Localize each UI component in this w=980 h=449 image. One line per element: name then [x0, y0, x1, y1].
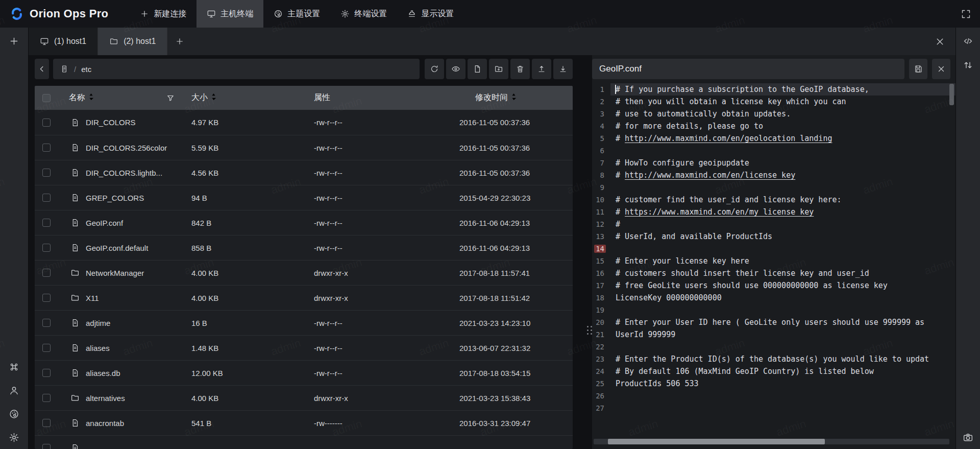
table-row[interactable]: GREP_COLORS94 B-rw-r--r--2015-04-29 22:3… [35, 185, 573, 210]
line-number: 15 [592, 255, 610, 267]
row-checkbox[interactable] [42, 444, 51, 449]
close-panel-button[interactable] [932, 34, 947, 49]
file-mtime-cell: 2016-03-31 23:09:47 [457, 419, 573, 428]
table-row[interactable]: aliases.db12.00 KB-rw-r--r--2017-08-18 0… [35, 360, 573, 385]
table-row[interactable]: anacrontab541 B-rw-------2016-03-31 23:0… [35, 410, 573, 435]
folder-icon [70, 293, 80, 302]
row-checkbox[interactable] [42, 294, 51, 302]
row-checkbox[interactable] [42, 369, 51, 377]
code-line: 10# customer find the user_id and licens… [592, 194, 955, 206]
breadcrumb[interactable]: / etc [53, 59, 420, 79]
row-checkbox[interactable] [42, 219, 51, 227]
row-checkbox[interactable] [42, 144, 51, 152]
file-browser-panel: / etc 名称 大小 [29, 55, 586, 449]
file-icon [70, 168, 80, 177]
line-text: # Enter the Product ID(s) of the databas… [610, 353, 955, 365]
nav-item-terminal-settings[interactable]: 终端设置 [330, 0, 397, 28]
back-button[interactable] [35, 59, 49, 79]
row-checkbox[interactable] [42, 169, 51, 177]
nav-item-display-settings[interactable]: 显示设置 [397, 0, 464, 28]
column-header-name[interactable]: 名称 [69, 92, 85, 103]
rail-plus-button[interactable] [6, 32, 23, 50]
row-checkbox[interactable] [42, 244, 51, 252]
nav-item-host-terminal[interactable]: 主机终端 [197, 0, 263, 28]
horizontal-scrollbar[interactable] [594, 439, 949, 444]
table-row[interactable]: DIR_COLORS.lightb...4.56 KB-rw-r--r--201… [35, 160, 573, 185]
trash-button[interactable] [510, 59, 530, 79]
row-checkbox[interactable] [42, 394, 51, 402]
table-row[interactable]: adjtime16 B-rw-r--r--2021-03-23 14:23:10 [35, 310, 573, 335]
new-folder-button[interactable] [489, 59, 508, 79]
table-row[interactable]: GeoIP.conf.default858 B-rw-r--r--2016-11… [35, 235, 573, 260]
table-row[interactable] [35, 435, 573, 449]
table-row[interactable]: aliases1.48 KB-rw-r--r--2013-06-07 22:31… [35, 335, 573, 360]
link-text[interactable]: http://www.maxmind.com/en/license_key [625, 171, 795, 180]
download-button[interactable] [553, 59, 573, 79]
plus-icon [140, 9, 149, 18]
column-header-size[interactable]: 大小 [191, 92, 208, 103]
upload-button[interactable] [532, 59, 551, 79]
table-row[interactable]: alternatives4.00 KBdrwxr-xr-x2021-03-23 … [35, 385, 573, 410]
row-checkbox[interactable] [42, 419, 51, 427]
file-name-cell: aliases [58, 343, 189, 352]
table-row[interactable]: DIR_COLORS.256color5.59 KB-rw-r--r--2016… [35, 135, 573, 160]
table-row[interactable]: GeoIP.conf842 B-rw-r--r--2016-11-06 04:2… [35, 210, 573, 235]
fullscreen-button[interactable] [958, 6, 973, 21]
file-attrs-cell: -rw-r--r-- [310, 144, 457, 152]
file-attrs-cell: -rw-r--r-- [310, 194, 457, 202]
rail-code-button[interactable] [960, 32, 977, 50]
save-button[interactable] [909, 59, 927, 79]
row-checkbox[interactable] [42, 119, 51, 127]
row-checkbox[interactable] [42, 319, 51, 327]
table-row[interactable]: NetworkManager4.00 KBdrwxr-xr-x2017-08-1… [35, 260, 573, 285]
code-line: 24# By default 106 (MaxMind GeoIP Countr… [592, 365, 955, 377]
sort-size-icon[interactable] [211, 92, 216, 103]
rail-command-button[interactable] [6, 358, 23, 375]
nav-item-theme-settings[interactable]: 主题设置 [263, 0, 330, 28]
rail-swap-button[interactable] [960, 56, 977, 74]
panel-splitter[interactable] [586, 55, 592, 449]
new-tab-button[interactable] [167, 28, 192, 55]
row-checkbox[interactable] [42, 344, 51, 352]
vertical-scrollbar[interactable] [949, 84, 954, 105]
line-number: 1 [592, 83, 610, 96]
server-icon [60, 64, 69, 74]
column-header-mtime[interactable]: 修改时间 [475, 92, 508, 103]
filter-icon[interactable] [166, 93, 175, 103]
code-line: 18LicenseKey 000000000000 [592, 292, 955, 304]
link-text[interactable]: http://www.maxmind.com/en/geolocation_la… [625, 134, 832, 143]
link-text[interactable]: https://www.maxmind.com/en/my_license_ke… [625, 207, 814, 217]
file-name-cell: NetworkManager [58, 268, 189, 277]
table-row[interactable]: DIR_COLORS4.97 KB-rw-r--r--2016-11-05 00… [35, 110, 573, 135]
rail-theme-button[interactable] [6, 405, 23, 422]
sort-mtime-icon[interactable] [511, 92, 517, 103]
code-line: 12# [592, 218, 955, 230]
editor-filename-input[interactable]: GeoIP.conf [592, 59, 904, 79]
select-all-checkbox[interactable] [42, 94, 51, 102]
rail-user-button[interactable] [6, 382, 23, 399]
file-attrs-cell: drwxr-xr-x [310, 269, 457, 277]
plus-icon [9, 36, 19, 46]
new-file-icon [473, 64, 482, 74]
eye-button[interactable] [446, 59, 465, 79]
refresh-button[interactable] [425, 59, 444, 79]
code-area[interactable]: 1# If you purchase a subscription to the… [592, 83, 955, 449]
rail-gear-button[interactable] [6, 429, 23, 446]
editor-close-button[interactable] [932, 59, 950, 79]
line-text: UserId 999999 [610, 328, 955, 341]
row-checkbox[interactable] [42, 269, 51, 277]
sort-name-icon[interactable] [88, 92, 94, 103]
row-checkbox[interactable] [42, 194, 51, 202]
file-name: aliases [86, 344, 110, 352]
table-row[interactable]: X114.00 KBdrwxr-xr-x2017-08-18 11:51:42 [35, 285, 573, 310]
file-size-cell: 842 B [189, 219, 310, 227]
session-tab-2[interactable]: (2) host1 [98, 28, 167, 55]
code-line: 3# use to automatically obtain updates. [592, 108, 955, 120]
rail-camera-button[interactable] [960, 429, 977, 446]
nav-item-new-connection[interactable]: 新建连接 [130, 0, 197, 28]
nav-item-label: 主机终端 [220, 9, 253, 19]
code-line: 7# HowTo configure geoipupdate [592, 157, 955, 169]
new-file-button[interactable] [468, 59, 487, 79]
session-tab-1[interactable]: (1) host1 [29, 28, 98, 55]
save-icon [914, 64, 923, 74]
